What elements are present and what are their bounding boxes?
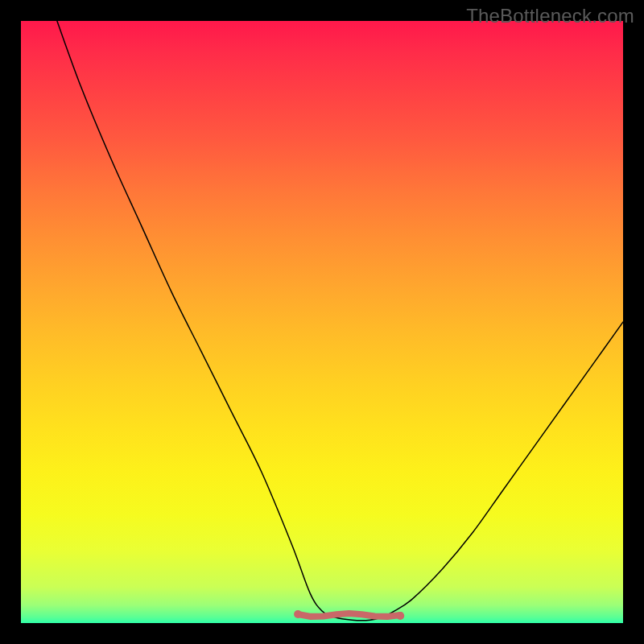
watermark-text: TheBottleneck.com bbox=[466, 5, 634, 27]
curve-layer bbox=[21, 21, 623, 623]
marker-dot bbox=[396, 612, 404, 620]
plot-area bbox=[21, 21, 623, 623]
minimum-marker-line bbox=[298, 613, 400, 617]
marker-dot bbox=[294, 610, 302, 618]
bottleneck-curve bbox=[57, 21, 623, 621]
